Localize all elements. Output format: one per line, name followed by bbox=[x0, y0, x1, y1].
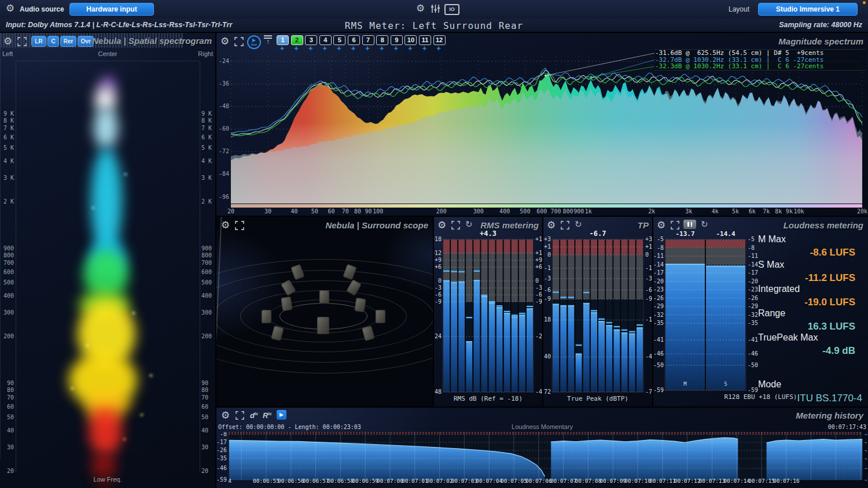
channel-filter-lr-button[interactable]: LR bbox=[31, 36, 46, 47]
svg-text:+4.3: +4.3 bbox=[480, 230, 496, 238]
svg-text:-9: -9 bbox=[535, 298, 542, 305]
svg-text:00:06:57: 00:06:57 bbox=[303, 478, 329, 484]
freq-tick-label-left: 9 K bbox=[1, 110, 14, 117]
svg-text:True Peak (dBTP): True Peak (dBTP) bbox=[567, 395, 628, 402]
spatial-settings-gear-icon[interactable]: ⚙ bbox=[3, 36, 12, 46]
spectrum-slot-add-6[interactable]: + bbox=[348, 44, 359, 53]
surround-scope-display[interactable] bbox=[216, 217, 433, 406]
svg-text:-32: -32 bbox=[748, 312, 758, 318]
svg-text:-6: -6 bbox=[535, 291, 542, 298]
svg-text:4k: 4k bbox=[712, 208, 719, 215]
rms-fullscreen-icon[interactable] bbox=[451, 221, 460, 232]
loudness-fullscreen-icon[interactable] bbox=[671, 221, 679, 232]
svg-text:00:06:59: 00:06:59 bbox=[352, 478, 378, 484]
cursor-readout-box: -31.6dB @ 625.5Hz (54.5 cm) | D# 5 +9cen… bbox=[655, 49, 866, 71]
spectrum-slot-add-9[interactable]: + bbox=[391, 44, 402, 53]
loudness-pause-button[interactable] bbox=[683, 220, 696, 229]
svg-text:-24: -24 bbox=[219, 58, 229, 64]
svg-text:00:07:02: 00:07:02 bbox=[426, 478, 453, 484]
scope-fullscreen-icon[interactable] bbox=[235, 221, 244, 232]
history-fullscreen-icon[interactable] bbox=[236, 411, 244, 422]
channel-filter-rear-button[interactable]: Rer bbox=[60, 36, 76, 47]
freq-tick-label-left: 30 bbox=[1, 444, 14, 450]
freq-tick-label-right: 5 K bbox=[201, 145, 215, 151]
mixer-sliders-icon[interactable] bbox=[431, 3, 440, 16]
svg-text:50: 50 bbox=[311, 208, 318, 215]
freq-tick-label-right: 200 bbox=[201, 333, 215, 339]
spectrum-slot-add-4[interactable]: + bbox=[319, 44, 330, 53]
spatial-fullscreen-icon[interactable] bbox=[17, 37, 27, 49]
spectrum-slot-add-3[interactable]: + bbox=[305, 44, 316, 53]
freq-tick-label-right: 900 bbox=[201, 245, 215, 252]
surround-scope-panel: ⚙ Nebula | Surround scope bbox=[216, 217, 433, 406]
tp-reset-icon[interactable]: ↻ bbox=[575, 219, 582, 230]
loudness-settings-gear-icon[interactable]: ⚙ bbox=[657, 220, 665, 230]
true-peak-panel: +3+3+1+100-1-1-3-3-6-6-9-9-18-18-40-40-7… bbox=[543, 217, 652, 406]
tp-fullscreen-icon[interactable] bbox=[561, 221, 569, 232]
svg-text:-35: -35 bbox=[653, 320, 664, 326]
freq-tick-label-left: 50 bbox=[1, 414, 14, 420]
freq-gridline bbox=[0, 34, 183, 34]
freq-tick-label-right: 600 bbox=[201, 269, 215, 275]
spectrum-slot-add-11[interactable]: + bbox=[419, 44, 430, 53]
svg-text:+3: +3 bbox=[544, 236, 551, 242]
svg-text:-59: -59 bbox=[864, 476, 868, 483]
spectrum-slot-add-7[interactable]: + bbox=[362, 44, 373, 53]
rms-settings-gear-icon[interactable]: ⚙ bbox=[437, 220, 446, 230]
spectrum-slot-add-1[interactable]: + bbox=[277, 44, 288, 53]
freq-tick-label-right: 70 bbox=[201, 394, 215, 401]
spectrum-slot-add-2[interactable]: + bbox=[291, 44, 302, 53]
svg-text:+1: +1 bbox=[544, 243, 551, 250]
svg-text:-41: -41 bbox=[653, 337, 664, 343]
svg-text:200: 200 bbox=[436, 208, 447, 215]
relative-timecode-icon[interactable]: Rtc bbox=[263, 411, 272, 420]
audio-source-gear-icon[interactable]: ⚙ bbox=[6, 3, 14, 13]
svg-text:00:06:55: 00:06:55 bbox=[253, 478, 279, 484]
svg-text:-72: -72 bbox=[543, 389, 551, 395]
freq-tick-label-left: 500 bbox=[1, 279, 14, 286]
history-settings-gear-icon[interactable]: ⚙ bbox=[221, 411, 230, 420]
svg-text:-72: -72 bbox=[219, 148, 229, 154]
svg-text:-18: -18 bbox=[543, 316, 551, 323]
svg-text:-29: -29 bbox=[748, 303, 758, 309]
spectrum-slot-add-10[interactable]: + bbox=[404, 44, 415, 53]
preset-selector-button[interactable]: Studio Immersive 1 bbox=[758, 3, 858, 16]
channel-filter-c-button[interactable]: C bbox=[47, 36, 59, 47]
svg-text:+18: +18 bbox=[434, 236, 442, 242]
spectrum-slot-add-8[interactable]: + bbox=[376, 44, 387, 53]
svg-text:-9: -9 bbox=[544, 295, 551, 302]
svg-text:90: 90 bbox=[365, 208, 372, 215]
svg-text:7k: 7k bbox=[763, 208, 770, 215]
settings-gear-icon[interactable]: ⚙ bbox=[416, 3, 425, 13]
svg-text:-48: -48 bbox=[434, 389, 442, 395]
svg-text:-32: -32 bbox=[653, 312, 664, 318]
svg-text:-46: -46 bbox=[748, 350, 758, 357]
svg-text:-35: -35 bbox=[216, 455, 227, 461]
offset-timecode-icon[interactable]: dtc bbox=[250, 411, 258, 420]
loudness-reset-icon[interactable]: ↻ bbox=[701, 219, 708, 230]
top-toolbar: ⚙ Audio source Hardware input ⚙ IO Layou… bbox=[0, 0, 868, 19]
tp-settings-gear-icon[interactable]: ⚙ bbox=[547, 220, 556, 230]
hardware-input-button[interactable]: Hardware input bbox=[69, 3, 154, 16]
svg-text:-96: -96 bbox=[219, 194, 229, 200]
freq-gridline bbox=[0, 33, 183, 34]
svg-text:-6: -6 bbox=[645, 287, 652, 293]
svg-text:-6.7: -6.7 bbox=[590, 230, 606, 238]
svg-text:-18: -18 bbox=[645, 316, 652, 323]
rms-reset-icon[interactable]: ↻ bbox=[465, 219, 473, 230]
svg-text:M: M bbox=[683, 381, 687, 387]
history-play-button[interactable]: ▶ bbox=[277, 410, 286, 420]
spatial-spectrogram-display[interactable] bbox=[16, 61, 200, 472]
io-routing-icon[interactable]: IO bbox=[444, 4, 459, 15]
svg-text:-8: -8 bbox=[657, 245, 664, 251]
channel-filter-overhead-button[interactable]: Ovr bbox=[78, 36, 94, 47]
spectrum-slot-add-12[interactable]: + bbox=[433, 44, 444, 53]
svg-text:00:07:16: 00:07:16 bbox=[773, 478, 800, 484]
scope-settings-gear-icon[interactable]: ⚙ bbox=[221, 220, 230, 230]
svg-text:-46: -46 bbox=[216, 465, 227, 471]
svg-text:0: 0 bbox=[438, 278, 442, 284]
svg-text:-1: -1 bbox=[645, 265, 652, 271]
spectrum-slot-add-5[interactable]: + bbox=[333, 44, 344, 53]
loudness-panel-title: Loudness metering bbox=[784, 220, 863, 230]
history-chart[interactable]: -8-8-17-17-26-26-35-35-46-46-59-59400:06… bbox=[216, 432, 868, 488]
